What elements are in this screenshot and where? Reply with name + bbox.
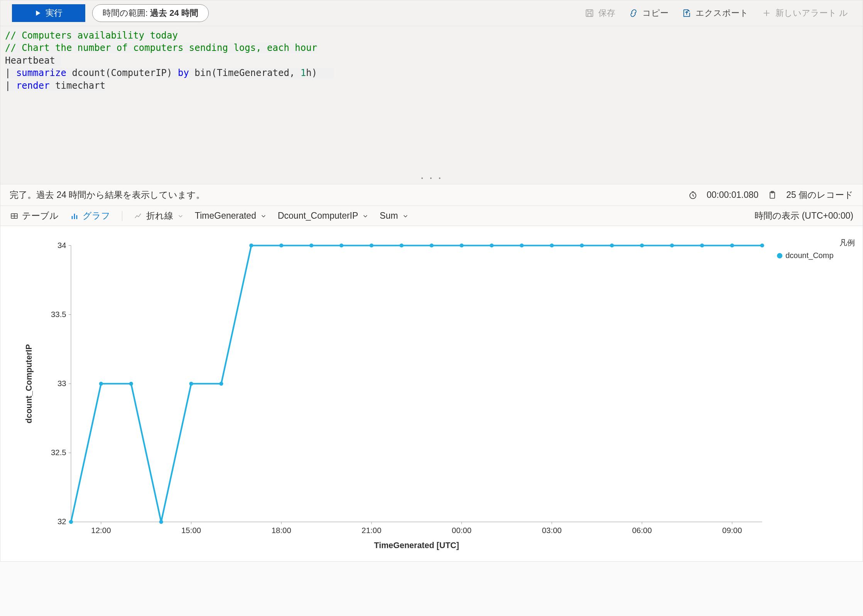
time-range-value: 過去 24 時間 xyxy=(150,7,198,19)
svg-text:32.5: 32.5 xyxy=(51,448,66,457)
query-editor[interactable]: // Computers availability today // Chart… xyxy=(0,26,863,184)
copy-button[interactable]: コピー xyxy=(625,6,672,20)
svg-point-44 xyxy=(370,243,373,247)
svg-point-54 xyxy=(670,243,674,247)
time-range-picker[interactable]: 時間の範囲: 過去 24 時間 xyxy=(92,4,209,22)
export-icon xyxy=(682,8,692,18)
link-icon xyxy=(628,8,638,18)
code-keyword: summarize xyxy=(16,68,66,78)
status-bar: 完了。過去 24 時間から結果を表示しています。 00:00:01.080 25… xyxy=(0,184,863,206)
code-comment: // Computers availability today xyxy=(5,30,178,41)
tab-table-label: テーブル xyxy=(22,210,59,222)
export-button[interactable]: エクスポート xyxy=(679,6,752,20)
new-alert-label: 新しいアラート ル xyxy=(775,7,848,19)
svg-point-53 xyxy=(640,243,644,247)
svg-point-51 xyxy=(580,243,584,247)
svg-point-36 xyxy=(129,382,133,386)
svg-point-43 xyxy=(339,243,343,247)
svg-text:00:00: 00:00 xyxy=(452,526,471,535)
chart-type-picker[interactable]: 折れ線 xyxy=(134,210,183,222)
svg-point-49 xyxy=(520,243,524,247)
xaxis-field-label: TimeGenerated xyxy=(195,211,256,221)
plus-icon xyxy=(762,8,772,18)
svg-point-41 xyxy=(279,243,283,247)
svg-text:TimeGenerated [UTC]: TimeGenerated [UTC] xyxy=(374,541,459,550)
play-icon xyxy=(35,10,42,17)
clipboard-icon xyxy=(768,191,777,200)
save-label: 保存 xyxy=(598,7,615,19)
svg-text:06:00: 06:00 xyxy=(632,526,652,535)
aggregation-picker[interactable]: Sum xyxy=(380,211,408,221)
svg-point-50 xyxy=(550,243,554,247)
yaxis-field-label: Dcount_ComputerIP xyxy=(278,211,358,221)
chevron-down-icon xyxy=(403,213,408,219)
svg-text:33.5: 33.5 xyxy=(51,310,66,319)
code-ident: Heartbeat xyxy=(5,55,55,66)
legend-color-dot xyxy=(777,253,782,258)
toolbar: 実行 時間の範囲: 過去 24 時間 保存 コピー エクスポート 新しいアラート… xyxy=(0,0,863,26)
svg-point-39 xyxy=(219,382,223,386)
run-button[interactable]: 実行 xyxy=(12,4,85,22)
tab-table[interactable]: テーブル xyxy=(10,210,59,222)
save-icon xyxy=(584,8,594,18)
svg-text:09:00: 09:00 xyxy=(722,526,742,535)
svg-point-46 xyxy=(430,243,434,247)
timechart[interactable]: 3232.53333.53412:0015:0018:0021:0000:000… xyxy=(16,238,774,554)
save-button[interactable]: 保存 xyxy=(581,6,618,20)
yaxis-field-picker[interactable]: Dcount_ComputerIP xyxy=(278,211,368,221)
stopwatch-icon xyxy=(688,191,697,200)
svg-point-40 xyxy=(249,243,253,247)
chart-type-label: 折れ線 xyxy=(146,210,173,222)
svg-text:15:00: 15:00 xyxy=(181,526,201,535)
tab-chart[interactable]: グラフ xyxy=(70,210,110,222)
new-alert-button[interactable]: 新しいアラート ル xyxy=(758,6,851,20)
copy-label: コピー xyxy=(642,7,669,19)
tab-chart-label: グラフ xyxy=(83,210,110,222)
time-range-label: 時間の範囲: xyxy=(103,7,148,19)
svg-point-47 xyxy=(460,243,464,247)
elapsed-time: 00:00:01.080 xyxy=(707,190,758,200)
svg-point-56 xyxy=(730,243,734,247)
export-label: エクスポート xyxy=(696,7,748,19)
legend-title: 凡例 xyxy=(777,238,859,248)
code-keyword: render xyxy=(16,80,50,91)
code-comment: // Chart the number of computers sending… xyxy=(5,42,317,53)
svg-text:18:00: 18:00 xyxy=(272,526,291,535)
svg-point-52 xyxy=(610,243,614,247)
svg-text:32: 32 xyxy=(57,517,66,526)
svg-point-38 xyxy=(189,382,193,386)
linechart-icon xyxy=(134,211,143,221)
run-label: 実行 xyxy=(46,7,62,19)
resize-grip[interactable]: • • • xyxy=(421,175,442,182)
table-icon xyxy=(10,211,19,221)
svg-point-57 xyxy=(760,243,764,247)
chevron-down-icon xyxy=(261,213,266,219)
chevron-down-icon xyxy=(178,213,183,219)
svg-text:33: 33 xyxy=(57,379,66,388)
barchart-icon xyxy=(70,211,79,221)
svg-point-45 xyxy=(400,243,404,247)
svg-text:dcount_ComputerIP: dcount_ComputerIP xyxy=(24,344,34,423)
svg-text:03:00: 03:00 xyxy=(542,526,562,535)
chart-area: 3232.53333.53412:0015:0018:0021:0000:000… xyxy=(0,226,863,562)
svg-rect-0 xyxy=(586,10,593,16)
svg-text:21:00: 21:00 xyxy=(361,526,381,535)
legend-series-label: dcount_Comp xyxy=(785,251,834,260)
results-toolbar: テーブル グラフ 折れ線 TimeGenerated Dcount_Comput… xyxy=(0,206,863,226)
status-message: 完了。過去 24 時間から結果を表示しています。 xyxy=(10,189,205,201)
legend: 凡例 dcount_Comp xyxy=(774,238,859,554)
svg-point-55 xyxy=(700,243,704,247)
svg-text:12:00: 12:00 xyxy=(91,526,111,535)
timezone-display[interactable]: 時間の表示 (UTC+00:00) xyxy=(755,210,853,222)
svg-point-42 xyxy=(309,243,313,247)
chevron-down-icon xyxy=(363,213,368,219)
xaxis-field-picker[interactable]: TimeGenerated xyxy=(195,211,266,221)
aggregation-label: Sum xyxy=(380,211,398,221)
legend-item[interactable]: dcount_Comp xyxy=(777,251,859,260)
svg-text:34: 34 xyxy=(57,241,66,250)
svg-point-35 xyxy=(99,382,103,386)
svg-point-37 xyxy=(159,520,163,524)
svg-point-34 xyxy=(69,520,73,524)
record-count: 25 個のレコード xyxy=(786,189,853,201)
svg-point-48 xyxy=(490,243,493,247)
